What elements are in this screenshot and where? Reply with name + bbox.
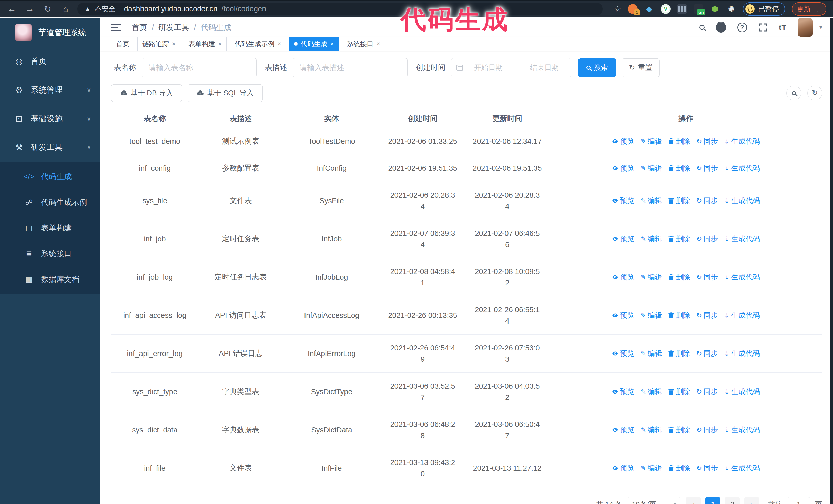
toggle-search-button[interactable] <box>786 86 801 100</box>
home-icon[interactable]: ⌂ <box>61 4 71 14</box>
github-icon[interactable] <box>716 22 726 32</box>
extension-gem-icon[interactable]: ◆ <box>644 4 654 14</box>
generate-code-link[interactable]: ⇣ 生成代码 <box>724 234 760 244</box>
sync-link[interactable]: ↻ 同步 <box>696 463 718 473</box>
import-db-button[interactable]: 基于 DB 导入 <box>111 85 182 102</box>
user-avatar[interactable] <box>798 18 813 37</box>
chevron-down-icon[interactable]: ▾ <box>819 24 822 31</box>
table-desc-input[interactable] <box>293 58 407 77</box>
delete-link[interactable]: 删除 <box>668 349 690 358</box>
sidebar-item-dev-tools[interactable]: ⚒ 研发工具 ∧ <box>0 133 100 162</box>
delete-link[interactable]: 删除 <box>668 387 690 397</box>
sidebar-item-infrastructure[interactable]: ⊡ 基础设施 ∨ <box>0 104 100 133</box>
edit-link[interactable]: ✎ 编辑 <box>641 463 662 473</box>
preview-link[interactable]: 预览 <box>612 196 634 206</box>
tab-system-api[interactable]: 系统接口× <box>342 37 385 51</box>
edit-link[interactable]: ✎ 编辑 <box>641 425 662 435</box>
generate-code-link[interactable]: ⇣ 生成代码 <box>724 425 760 435</box>
generate-code-link[interactable]: ⇣ 生成代码 <box>724 272 760 282</box>
logo[interactable]: 芋道管理系统 <box>0 18 100 47</box>
edit-link[interactable]: ✎ 编辑 <box>641 349 662 358</box>
preview-link[interactable]: 预览 <box>612 425 634 435</box>
close-icon[interactable]: × <box>377 40 380 47</box>
sidebar-item-codegen[interactable]: </> 代码生成 <box>0 164 100 189</box>
sync-link[interactable]: ↻ 同步 <box>696 310 718 320</box>
refresh-button[interactable]: ↻ <box>807 86 822 100</box>
generate-code-link[interactable]: ⇣ 生成代码 <box>724 163 760 173</box>
sync-link[interactable]: ↻ 同步 <box>696 234 718 244</box>
generate-code-link[interactable]: ⇣ 生成代码 <box>724 387 760 397</box>
edit-link[interactable]: ✎ 编辑 <box>641 196 662 206</box>
extension-shield-icon[interactable]: V <box>661 4 670 14</box>
sync-link[interactable]: ↻ 同步 <box>696 272 718 282</box>
edit-link[interactable]: ✎ 编辑 <box>641 163 662 173</box>
edit-link[interactable]: ✎ 编辑 <box>641 272 662 282</box>
close-icon[interactable]: × <box>278 40 281 47</box>
help-icon[interactable]: ? <box>737 23 747 32</box>
sidebar-item-db-docs[interactable]: ▦ 数据库文档 <box>0 266 100 292</box>
sidebar-item-system-api[interactable]: ≣ 系统接口 <box>0 241 100 266</box>
tab-codegen-example[interactable]: 代码生成示例× <box>230 37 286 51</box>
browser-menu-icon[interactable]: ⋮ <box>815 5 821 13</box>
generate-code-link[interactable]: ⇣ 生成代码 <box>724 349 760 358</box>
preview-link[interactable]: 预览 <box>612 387 634 397</box>
generate-code-link[interactable]: ⇣ 生成代码 <box>724 463 760 473</box>
preview-link[interactable]: 预览 <box>612 310 634 320</box>
forward-icon[interactable]: → <box>25 4 35 14</box>
delete-link[interactable]: 删除 <box>668 163 690 173</box>
breadcrumb-dev-tools[interactable]: 研发工具 <box>159 22 189 33</box>
prev-page-button[interactable]: ‹ <box>686 497 701 504</box>
hamburger-icon[interactable] <box>111 24 121 31</box>
close-icon[interactable]: × <box>218 40 222 47</box>
delete-link[interactable]: 删除 <box>668 136 690 146</box>
bookmark-star-icon[interactable]: ☆ <box>614 4 621 14</box>
sync-link[interactable]: ↻ 同步 <box>696 196 718 206</box>
sync-link[interactable]: ↻ 同步 <box>696 387 718 397</box>
next-page-button[interactable]: › <box>744 497 759 504</box>
close-icon[interactable]: × <box>330 40 334 47</box>
reload-icon[interactable]: ↻ <box>43 4 53 14</box>
goto-page-input[interactable] <box>787 497 810 504</box>
sidebar-item-form-builder[interactable]: ▤ 表单构建 <box>0 215 100 241</box>
start-date-placeholder[interactable]: 开始日期 <box>467 63 510 73</box>
delete-link[interactable]: 删除 <box>668 234 690 244</box>
url-path[interactable]: /tool/codegen <box>221 5 266 13</box>
import-sql-button[interactable]: 基于 SQL 导入 <box>188 85 263 102</box>
edit-link[interactable]: ✎ 编辑 <box>641 310 662 320</box>
sidebar-item-system-management[interactable]: ⚙ 系统管理 ∨ <box>0 76 100 104</box>
close-icon[interactable]: × <box>172 40 175 47</box>
page-button-1[interactable]: 1 <box>705 497 720 504</box>
breadcrumb-home[interactable]: 首页 <box>132 22 147 33</box>
sidebar-item-codegen-example[interactable]: ☍ 代码生成示例 <box>0 189 100 215</box>
preview-link[interactable]: 预览 <box>612 136 634 146</box>
browser-scrollbar[interactable] <box>830 18 833 504</box>
preview-link[interactable]: 预览 <box>612 163 634 173</box>
generate-code-link[interactable]: ⇣ 生成代码 <box>724 136 760 146</box>
chrome-update-button[interactable]: 更新 ⋮ <box>792 2 826 16</box>
extension-columns-icon[interactable] <box>677 4 687 14</box>
date-range-picker[interactable]: 开始日期 - 结束日期 <box>451 58 571 77</box>
not-secure-warning-icon[interactable]: ▲ <box>85 5 91 13</box>
sync-link[interactable]: ↻ 同步 <box>696 425 718 435</box>
tab-tracing[interactable]: 链路追踪× <box>137 37 181 51</box>
tab-home[interactable]: 首页 <box>111 37 134 51</box>
not-secure-label[interactable]: 不安全 <box>95 4 116 14</box>
sidebar-item-home[interactable]: ◎ 首页 <box>0 47 100 76</box>
extensions-puzzle-icon[interactable]: ✺ <box>727 4 736 14</box>
generate-code-link[interactable]: ⇣ 生成代码 <box>724 310 760 320</box>
sync-link[interactable]: ↻ 同步 <box>696 349 718 358</box>
sync-link[interactable]: ↻ 同步 <box>696 163 718 173</box>
edit-link[interactable]: ✎ 编辑 <box>641 234 662 244</box>
fullscreen-icon[interactable] <box>758 23 768 32</box>
delete-link[interactable]: 删除 <box>668 310 690 320</box>
page-size-select[interactable]: 10条/页 ▾ <box>627 497 681 504</box>
preview-link[interactable]: 预览 <box>612 463 634 473</box>
delete-link[interactable]: 删除 <box>668 196 690 206</box>
delete-link[interactable]: 删除 <box>668 272 690 282</box>
edit-link[interactable]: ✎ 编辑 <box>641 387 662 397</box>
delete-link[interactable]: 删除 <box>668 425 690 435</box>
profile-chip[interactable]: 已暂停 <box>743 2 785 16</box>
sync-link[interactable]: ↻ 同步 <box>696 136 718 146</box>
search-button[interactable]: 搜索 <box>578 58 616 77</box>
extension-icon-orange[interactable]: 1 <box>628 4 638 14</box>
